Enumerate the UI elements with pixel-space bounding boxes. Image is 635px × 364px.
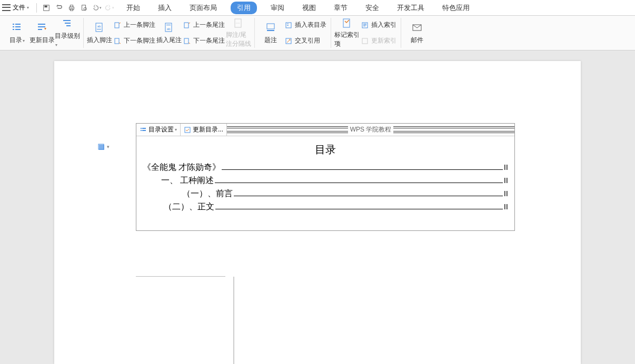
toc-field[interactable]: 目录设置 ▾ 更新目录... WPS 学院教程 目录 《全能鬼 才陈勋奇》II一… <box>136 123 515 231</box>
figtoc-icon <box>284 21 293 29</box>
workspace: ▾ 目录设置 ▾ 更新目录... WPS 学院教程 目录 《全能鬼 才陈勋奇》I… <box>0 50 635 364</box>
ribbon: 目录▾ 更新目录 目录级别▾ ab 插入脚注 上一条脚注 <box>0 16 635 50</box>
prev-endnote-icon <box>183 21 191 29</box>
next-endnote-button[interactable]: 下一条尾注 <box>183 35 225 47</box>
prev-footnote-button[interactable]: 上一条脚注 <box>113 19 155 32</box>
svg-rect-10 <box>15 26 21 27</box>
svg-rect-31 <box>267 24 274 29</box>
tab-features[interactable]: 特色应用 <box>438 2 474 14</box>
toc-entry[interactable]: 《全能鬼 才陈勋奇》II <box>143 162 508 173</box>
print-icon[interactable] <box>67 3 76 13</box>
tab-start[interactable]: 开始 <box>122 2 144 14</box>
separator <box>36 3 37 13</box>
footnote-icon: ab <box>93 21 106 34</box>
insert-footnote-button[interactable]: ab 插入脚注 <box>87 18 112 48</box>
mark-index-button[interactable]: 标记索引项 <box>334 18 360 48</box>
tab-security[interactable]: 安全 <box>361 2 383 14</box>
svg-rect-34 <box>287 24 289 24</box>
toc-page-number: II <box>504 202 508 211</box>
insert-figtoc-button[interactable]: 插入表目录 <box>284 19 326 32</box>
svg-rect-14 <box>38 26 45 27</box>
toc-leader-line <box>234 196 503 196</box>
svg-text:ab: ab <box>167 27 171 31</box>
tab-review[interactable]: 审阅 <box>266 2 289 14</box>
crossref-button[interactable]: 交叉引用 <box>284 35 326 47</box>
svg-rect-12 <box>15 29 21 30</box>
toc-entry[interactable]: （一）、前言II <box>182 188 508 199</box>
mail-icon <box>411 21 423 34</box>
page-gutter-icon[interactable] <box>96 142 107 153</box>
tab-section[interactable]: 章节 <box>330 2 352 14</box>
svg-rect-23 <box>115 38 119 44</box>
toc-leader-line <box>215 209 503 209</box>
svg-point-6 <box>84 7 86 10</box>
redo-icon[interactable]: ▾ <box>105 3 114 13</box>
toc-level-button[interactable]: 目录级别▾ <box>55 18 80 48</box>
svg-rect-47 <box>142 128 146 129</box>
prev-endnote-button[interactable]: 上一条尾注 <box>183 19 225 32</box>
page-canvas[interactable]: ▾ 目录设置 ▾ 更新目录... WPS 学院教程 目录 《全能鬼 才陈勋奇》I… <box>54 61 581 364</box>
main-tabs: 开始 插入 页面布局 引用 审阅 视图 章节 安全 开发工具 特色应用 <box>122 2 474 14</box>
toc-toolbar: 目录设置 ▾ 更新目录... WPS 学院教程 <box>136 124 514 136</box>
svg-rect-15 <box>38 29 42 30</box>
toc-entry[interactable]: 一、 工种阐述II <box>161 175 508 186</box>
toc-update-button[interactable]: 更新目录... <box>181 124 227 136</box>
gutter-chevron-icon[interactable]: ▾ <box>107 144 110 149</box>
preview-icon[interactable] <box>80 3 89 13</box>
insert-endnote-button[interactable]: ab 插入尾注 <box>156 18 182 48</box>
tab-reference[interactable]: 引用 <box>231 2 257 14</box>
svg-text:ab: ab <box>97 25 101 28</box>
separator-button: 脚注/尾注分隔线 <box>226 18 251 48</box>
insert-index-icon <box>361 21 369 29</box>
update-index-icon <box>361 37 369 45</box>
svg-rect-16 <box>63 20 71 21</box>
save-icon[interactable] <box>42 3 51 13</box>
toc-title: 目录 <box>143 143 508 157</box>
svg-rect-17 <box>65 23 71 24</box>
column-guide <box>136 224 225 277</box>
crossref-icon <box>284 37 293 45</box>
svg-rect-50 <box>185 127 190 133</box>
svg-rect-11 <box>13 29 14 30</box>
svg-rect-27 <box>184 23 188 28</box>
endnote-icon: ab <box>163 21 175 34</box>
caption-button[interactable]: 题注 <box>258 18 283 48</box>
tab-insert[interactable]: 插入 <box>154 2 176 14</box>
toc-leader-line <box>215 183 502 183</box>
undo-icon[interactable]: ▾ <box>92 3 102 13</box>
svg-rect-9 <box>13 26 14 27</box>
next-footnote-button[interactable]: 下一条脚注 <box>113 35 155 47</box>
svg-rect-32 <box>267 30 274 31</box>
svg-rect-41 <box>363 26 365 26</box>
chevron-down-icon: ▾ <box>27 5 29 10</box>
next-endnote-icon <box>183 37 191 45</box>
svg-rect-8 <box>15 24 21 25</box>
separator-icon <box>232 18 245 28</box>
insert-index-button[interactable]: 插入索引 <box>361 19 396 32</box>
toc-settings-button[interactable]: 目录设置 ▾ <box>136 124 181 136</box>
svg-rect-3 <box>70 5 73 7</box>
svg-rect-1 <box>45 5 47 7</box>
toc-update-icon <box>184 126 191 134</box>
toc-body[interactable]: 目录 《全能鬼 才陈勋奇》II一、 工种阐述II（一）、前言II（二）、正文II <box>136 136 514 230</box>
update-index-button: 更新索引 <box>361 35 396 47</box>
column-guide-2 <box>233 277 234 364</box>
svg-rect-40 <box>363 25 366 25</box>
svg-rect-13 <box>38 24 45 25</box>
toc-level-icon <box>61 18 74 29</box>
svg-rect-21 <box>97 29 101 29</box>
tab-layout[interactable]: 页面布局 <box>185 2 221 14</box>
toc-entry-text: （一）、前言 <box>182 188 233 199</box>
tab-devtools[interactable]: 开发工具 <box>393 2 429 14</box>
toc-entry[interactable]: （二）、正文II <box>164 201 508 213</box>
mail-button[interactable]: 邮件 <box>404 18 430 48</box>
tab-view[interactable]: 视图 <box>298 2 320 14</box>
toc-page-number: II <box>504 163 508 171</box>
svg-rect-7 <box>13 24 14 25</box>
next-footnote-icon <box>113 37 122 45</box>
hamburger-menu[interactable]: 文件 ▾ <box>2 3 29 12</box>
mark-index-icon <box>341 18 353 28</box>
undo-print-icon[interactable] <box>54 3 64 13</box>
update-toc-button[interactable]: 更新目录 <box>29 18 55 48</box>
toc-button[interactable]: 目录▾ <box>4 18 29 48</box>
